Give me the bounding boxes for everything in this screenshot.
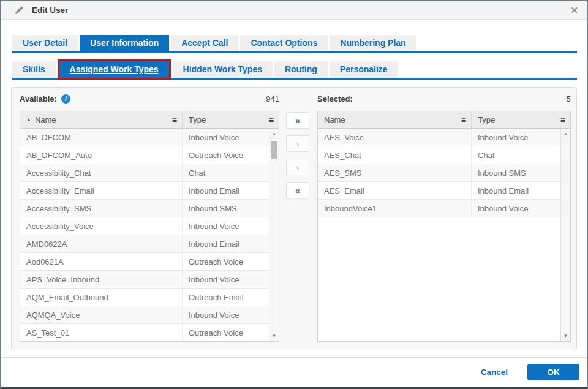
table-row[interactable]: AB_OFCOM_AutoOutreach Voice — [20, 146, 269, 164]
work-types-panel: Available: i 941 Selected: 5 ▲ Name ≡ Ty… — [11, 87, 577, 350]
available-scrollbar[interactable]: ▲ ▼ — [269, 129, 279, 341]
selected-table: Name ≡ Type ≡ AES_VoiceInbound Voice AES… — [317, 111, 571, 342]
table-row[interactable]: AQM_Email_OutboundOutreach Email — [20, 289, 269, 306]
dialog-titlebar: Edit User ✕ — [1, 1, 587, 20]
table-row[interactable]: AMD0622AInbound Email — [20, 235, 269, 253]
edit-user-dialog: Edit User ✕ User Detail User Information… — [0, 0, 588, 389]
tab-assigned-work-types[interactable]: Assigned Work Types — [59, 61, 169, 78]
selected-table-header: Name ≡ Type ≡ — [318, 111, 570, 129]
available-table-body: AB_OFCOMInbound Voice AB_OFCOM_AutoOutre… — [20, 129, 269, 341]
ok-button[interactable]: OK — [527, 364, 579, 380]
tab-user-information[interactable]: User Information — [80, 35, 169, 51]
selected-table-body: AES_VoiceInbound Voice AES_ChatChat AES_… — [318, 129, 560, 341]
tab-contact-options[interactable]: Contact Options — [240, 35, 328, 51]
available-count: 941 — [20, 94, 279, 104]
table-row[interactable]: Accessibility_ChatChat — [20, 164, 269, 182]
table-row[interactable]: InboundVoice1Inbound Voice — [318, 200, 560, 217]
available-table: ▲ Name ≡ Type ≡ AB_OFCOMInbound Voice AB… — [20, 111, 279, 342]
tab-personalize[interactable]: Personalize — [330, 61, 398, 78]
table-row[interactable]: Accessibility_EmailInbound Email — [20, 182, 269, 200]
table-row[interactable]: AQMQA_VoiceInbound Voice — [20, 306, 269, 324]
table-row[interactable]: AS_Test_01Outreach Voice — [20, 324, 269, 341]
tab-user-detail[interactable]: User Detail — [12, 35, 78, 51]
transfer-button-group: » › ‹ « — [286, 112, 309, 198]
table-row[interactable]: AES_SMSInbound SMS — [318, 164, 560, 182]
scroll-up-icon[interactable]: ▲ — [270, 131, 279, 137]
scrollbar-thumb[interactable] — [271, 141, 277, 159]
edit-pencil-icon — [15, 6, 24, 15]
move-all-right-button[interactable]: » — [286, 112, 309, 129]
table-row[interactable]: Accessibility_SMSInbound SMS — [20, 200, 269, 217]
tab-hidden-work-types[interactable]: Hidden Work Types — [173, 61, 273, 78]
table-row[interactable]: APS_Voice_InboundInbound Voice — [20, 271, 269, 289]
tab-accept-call[interactable]: Accept Call — [171, 35, 238, 51]
table-row[interactable]: AES_EmailInbound Email — [318, 182, 560, 200]
dialog-footer: Cancel OK — [481, 364, 579, 380]
table-row[interactable]: AES_VoiceInbound Voice — [318, 129, 560, 146]
column-menu-icon[interactable]: ≡ — [269, 115, 274, 125]
tab-skills[interactable]: Skills — [12, 61, 56, 78]
move-left-button[interactable]: ‹ — [286, 159, 309, 175]
red-highlight-box: Assigned Work Types — [58, 59, 171, 80]
column-menu-icon[interactable]: ≡ — [560, 115, 565, 125]
available-table-header: ▲ Name ≡ Type ≡ — [20, 111, 279, 129]
table-row[interactable]: Accessibility_VoiceInbound Voice — [20, 217, 269, 235]
selected-header-name[interactable]: Name ≡ — [318, 111, 471, 128]
footer-divider — [1, 357, 587, 358]
column-menu-icon[interactable]: ≡ — [461, 115, 466, 125]
secondary-tab-bar: Skills Assigned Work Types Hidden Work T… — [12, 59, 577, 80]
available-header-type[interactable]: Type ≡ — [182, 111, 279, 128]
move-right-button[interactable]: › — [286, 135, 309, 152]
primary-tab-bar: User Detail User Information Accept Call… — [12, 35, 577, 53]
close-icon[interactable]: ✕ — [570, 6, 578, 15]
column-menu-icon[interactable]: ≡ — [172, 115, 177, 125]
table-row[interactable]: Aod0621AOutreach Voice — [20, 253, 269, 271]
tab-routing[interactable]: Routing — [274, 61, 328, 78]
sort-asc-icon: ▲ — [26, 117, 31, 123]
available-header-name[interactable]: ▲ Name ≡ — [20, 111, 182, 128]
scroll-down-icon[interactable]: ▼ — [270, 333, 279, 339]
selected-scrollbar[interactable]: ▲ ▼ — [560, 129, 570, 341]
scroll-down-icon[interactable]: ▼ — [561, 333, 570, 339]
scroll-up-icon[interactable]: ▲ — [561, 131, 570, 137]
table-row[interactable]: AB_OFCOMInbound Voice — [20, 129, 269, 146]
dialog-title: Edit User — [32, 6, 68, 15]
tab-numbering-plan[interactable]: Numbering Plan — [330, 35, 416, 51]
selected-header-type[interactable]: Type ≡ — [471, 111, 570, 128]
move-all-left-button[interactable]: « — [286, 182, 309, 198]
table-row[interactable]: AES_ChatChat — [318, 146, 560, 164]
selected-count: 5 — [317, 94, 571, 104]
cancel-button[interactable]: Cancel — [481, 368, 508, 377]
